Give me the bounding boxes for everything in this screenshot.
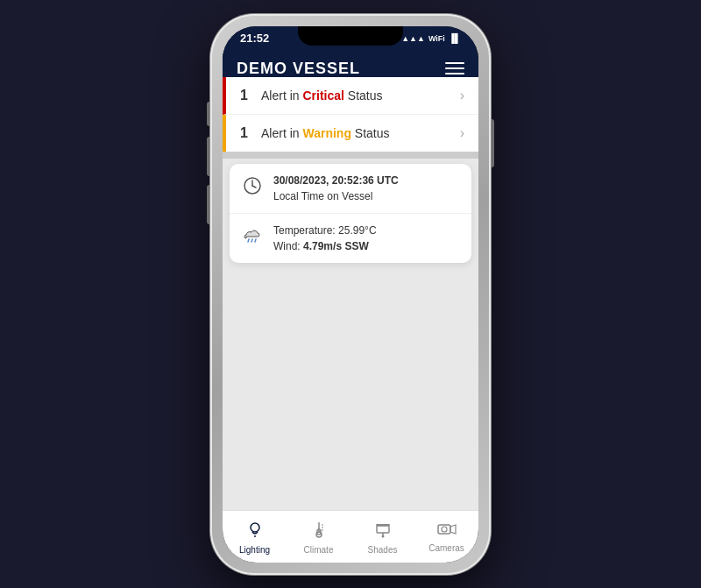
weather-icon bbox=[242, 226, 263, 250]
warning-alert-text: Alert in Warning Status bbox=[261, 126, 390, 140]
critical-alert-number: 1 bbox=[240, 88, 254, 103]
lighting-icon bbox=[246, 521, 264, 542]
wifi-icon: WiFi bbox=[428, 34, 445, 43]
svg-point-35 bbox=[381, 535, 384, 537]
wind-line: Wind: 4.79m/s SSW bbox=[273, 238, 377, 254]
cameras-icon bbox=[437, 522, 457, 541]
datetime-local: Local Time on Vessel bbox=[273, 188, 399, 204]
svg-marker-38 bbox=[450, 525, 456, 534]
svg-point-24 bbox=[251, 523, 259, 532]
warning-alert-item[interactable]: 1 Alert in Warning Status › bbox=[223, 115, 478, 152]
svg-rect-33 bbox=[377, 526, 389, 533]
temperature-label: Temperature: bbox=[273, 224, 338, 237]
weather-text: Temperature: 25.99°C Wind: 4.79m/s SSW bbox=[273, 223, 377, 254]
nav-item-cameras[interactable]: Cameras bbox=[414, 511, 478, 563]
signal-icon: ▲▲▲ bbox=[401, 34, 425, 43]
nav-item-shades[interactable]: Shades bbox=[350, 511, 414, 563]
bottom-nav: Lighting Climate bbox=[223, 510, 478, 563]
datetime-utc: 30/08/2023, 20:52:36 UTC bbox=[273, 173, 399, 188]
nav-item-climate[interactable]: Climate bbox=[287, 511, 350, 563]
alerts-section: 1 Alert in Critical Status › 1 Alert bbox=[223, 77, 478, 152]
critical-alert-text: Alert in Critical Status bbox=[261, 89, 383, 103]
climate-icon bbox=[310, 521, 328, 542]
screen-content: 21:52 ▲▲▲ WiFi ▐▌ DEMO VESSEL bbox=[223, 26, 478, 563]
critical-word: Critical bbox=[302, 89, 343, 103]
status-time: 21:52 bbox=[240, 32, 269, 45]
hamburger-line-2 bbox=[445, 67, 464, 69]
content-scroll: 1 Alert in Critical Status › 1 Alert bbox=[223, 77, 478, 510]
critical-alert-left: 1 Alert in Critical Status bbox=[240, 88, 383, 103]
shades-label: Shades bbox=[368, 545, 398, 555]
app-title: DEMO VESSEL bbox=[237, 60, 360, 78]
weather-item: Temperature: 25.99°C Wind: 4.79m/s SSW bbox=[230, 214, 471, 263]
battery-icon: ▐▌ bbox=[449, 33, 461, 43]
warning-alert-chevron: › bbox=[460, 125, 464, 141]
temperature-line: Temperature: 25.99°C bbox=[273, 223, 377, 238]
status-icons: ▲▲▲ WiFi ▐▌ bbox=[401, 33, 461, 43]
warning-alert-number: 1 bbox=[240, 125, 254, 141]
clock-icon bbox=[242, 176, 263, 200]
critical-alert-chevron: › bbox=[460, 88, 464, 103]
info-section: 30/08/2023, 20:52:36 UTC Local Time on V… bbox=[230, 164, 471, 263]
svg-line-21 bbox=[248, 239, 249, 242]
cameras-label: Cameras bbox=[428, 543, 464, 553]
hamburger-line-1 bbox=[445, 62, 464, 64]
svg-line-20 bbox=[252, 186, 256, 188]
wind-label: Wind: bbox=[273, 240, 303, 252]
datetime-item: 30/08/2023, 20:52:36 UTC Local Time on V… bbox=[230, 164, 471, 214]
power-button bbox=[491, 119, 494, 167]
climate-label: Climate bbox=[304, 545, 334, 555]
warning-word: Warning bbox=[302, 126, 350, 140]
svg-point-37 bbox=[442, 527, 447, 532]
hamburger-menu-button[interactable] bbox=[445, 62, 464, 74]
warning-alert-left: 1 Alert in Warning Status bbox=[240, 125, 390, 141]
hamburger-line-3 bbox=[445, 73, 464, 74]
datetime-text: 30/08/2023, 20:52:36 UTC Local Time on V… bbox=[273, 173, 399, 204]
shades-icon bbox=[374, 521, 392, 542]
critical-alert-item[interactable]: 1 Alert in Critical Status › bbox=[223, 77, 478, 115]
svg-line-23 bbox=[255, 239, 256, 242]
phone-screen: 21:52 ▲▲▲ WiFi ▐▌ DEMO VESSEL bbox=[223, 26, 478, 563]
temperature-value: 25.99°C bbox=[338, 224, 377, 237]
nav-item-lighting[interactable]: Lighting bbox=[223, 511, 287, 563]
wind-value: 4.79m/s SSW bbox=[303, 240, 369, 252]
section-divider bbox=[223, 152, 478, 159]
svg-line-22 bbox=[251, 239, 252, 242]
lighting-label: Lighting bbox=[239, 545, 270, 555]
notch bbox=[298, 26, 403, 46]
phone-frame: 21:52 ▲▲▲ WiFi ▐▌ DEMO VESSEL bbox=[210, 14, 491, 575]
